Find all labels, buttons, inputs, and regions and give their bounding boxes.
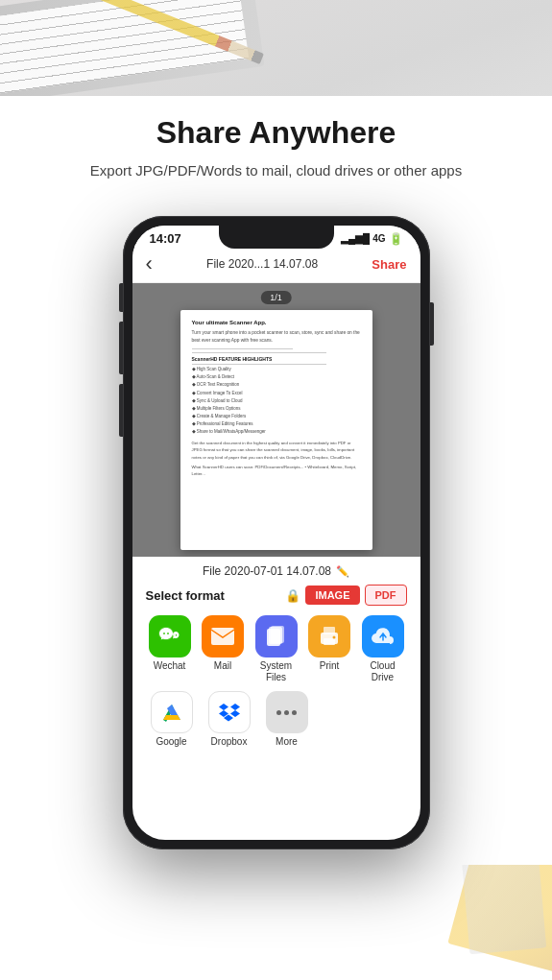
format-row: Select format 🔒 IMAGE PDF <box>146 585 407 606</box>
doc-body3: What ScannerHD users can scan: PDF/Docum… <box>192 464 361 478</box>
svg-marker-11 <box>163 715 180 720</box>
share-icons-row1: Wechat Mail <box>146 615 407 683</box>
document-page: Your ultimate Scanner App. Turn your sma… <box>180 310 372 550</box>
share-item-wechat[interactable]: Wechat <box>146 615 194 683</box>
cloud-drive-icon <box>362 615 404 657</box>
back-button[interactable]: ‹ <box>146 251 153 276</box>
doc-bullets: ◆ High Scan Quality ◆ Auto-Scan & Detect… <box>192 366 361 436</box>
share-item-cloud-drive[interactable]: CloudDrive <box>359 615 407 683</box>
print-label: Print <box>320 660 340 671</box>
edit-icon[interactable]: ✏️ <box>336 565 349 578</box>
bottom-right-deco <box>398 865 552 980</box>
format-label: Select format <box>146 588 225 603</box>
format-pdf-button[interactable]: PDF <box>365 585 407 606</box>
files-label: SystemFiles <box>260 660 292 683</box>
google-icon <box>151 691 193 733</box>
notebook-deco <box>0 0 264 106</box>
format-controls: 🔒 IMAGE PDF <box>285 585 406 606</box>
header-section: Share Anywhere Export JPG/PDF/Words to m… <box>0 106 552 192</box>
doc-section-title: ScannerHD FEATURE HIGHLIGHTS <box>192 356 361 362</box>
svg-rect-1 <box>211 628 234 645</box>
mail-label: Mail <box>214 660 231 671</box>
share-button[interactable]: Share <box>372 257 406 272</box>
phone-shell: 14:07 ▂▄▆█ 4G 🔋 ‹ File 2020...1 14.07.08… <box>123 216 430 849</box>
file-name: File 2020-07-01 14.07.08 <box>203 564 331 578</box>
doc-body1: Turn your smart phone into a pocket scan… <box>192 329 361 345</box>
share-item-print[interactable]: Print <box>305 615 353 683</box>
wechat-icon <box>149 615 191 657</box>
nav-bar: ‹ File 2020...1 14.07.08 Share <box>132 248 420 283</box>
nav-title: File 2020...1 14.07.08 <box>206 257 318 271</box>
share-item-files[interactable]: SystemFiles <box>252 615 300 683</box>
svg-rect-7 <box>324 638 335 645</box>
phone-wrapper: 14:07 ▂▄▆█ 4G 🔋 ‹ File 2020...1 14.07.08… <box>123 216 430 849</box>
phone-screen: 14:07 ▂▄▆█ 4G 🔋 ‹ File 2020...1 14.07.08… <box>132 226 420 840</box>
dropbox-icon <box>208 691 251 733</box>
share-icons-row2: Google Dropbox <box>146 691 407 747</box>
doc-title: Your ultimate Scanner App. <box>192 320 361 325</box>
bottom-sheet: File 2020-07-01 14.07.08 ✏️ Select forma… <box>132 557 420 753</box>
mail-icon <box>202 615 244 657</box>
network-icon: 4G <box>372 233 385 244</box>
file-name-row: File 2020-07-01 14.07.08 ✏️ <box>146 564 407 578</box>
more-label: More <box>276 736 298 747</box>
svg-point-8 <box>333 636 336 639</box>
share-item-google[interactable]: Google <box>148 691 196 747</box>
status-icons: ▂▄▆█ 4G 🔋 <box>341 232 403 246</box>
files-icon <box>255 615 298 657</box>
page-indicator: 1/1 <box>260 291 292 304</box>
lock-icon: 🔒 <box>285 588 300 603</box>
share-item-mail[interactable]: Mail <box>199 615 247 683</box>
google-label: Google <box>156 736 186 747</box>
battery-icon: 🔋 <box>389 232 403 246</box>
format-image-button[interactable]: IMAGE <box>305 586 359 605</box>
cloud-drive-label: CloudDrive <box>370 660 395 683</box>
dropbox-label: Dropbox <box>211 736 248 747</box>
svg-rect-4 <box>269 627 282 644</box>
wechat-label: Wechat <box>154 660 186 671</box>
document-view: 1/1 Your ultimate Scanner App. Turn your… <box>132 283 420 557</box>
share-item-more[interactable]: More <box>263 691 311 747</box>
svg-rect-6 <box>324 627 335 634</box>
doc-body2: Get the scanned document in the highest … <box>192 440 361 461</box>
page-title: Share Anywhere <box>19 115 533 151</box>
status-time: 14:07 <box>150 231 181 246</box>
more-icon <box>266 691 308 733</box>
phone-notch <box>219 226 334 249</box>
signal-icon: ▂▄▆█ <box>341 233 370 244</box>
share-item-dropbox[interactable]: Dropbox <box>205 691 253 747</box>
print-icon <box>308 615 350 657</box>
page-subtitle: Export JPG/PDF/Words to mail, cloud driv… <box>19 160 533 182</box>
